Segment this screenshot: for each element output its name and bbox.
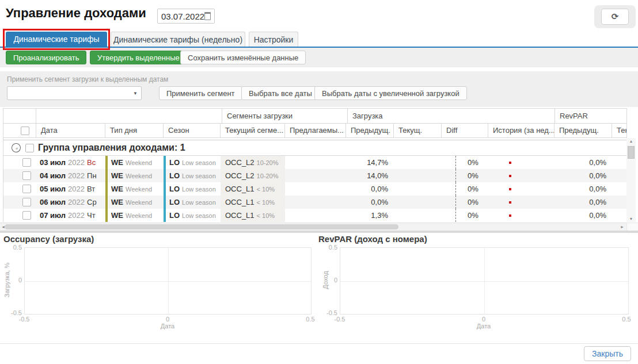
table-row[interactable]: 04 июл2022Пн WEWeekend LOLow season OCC_… xyxy=(3,169,626,182)
group-header-empty-2 xyxy=(36,109,222,123)
row-checkbox[interactable] xyxy=(22,171,31,180)
day-type-color-bar xyxy=(105,196,108,209)
diff-cell: 0% xyxy=(442,156,488,169)
group-row-label: Группа управления доходами: 1 xyxy=(38,143,185,153)
footer-divider xyxy=(0,343,638,344)
current-segment-cell[interactable]: OCC_L210-20% xyxy=(221,156,285,169)
season-color-bar xyxy=(164,196,166,209)
day-of-week: Вт xyxy=(87,185,95,193)
season-color-bar xyxy=(164,182,166,196)
revpar-chart-plot xyxy=(340,247,629,315)
rates-table: Сегменты загрузки Загрузка RevPAR Дата Т… xyxy=(3,108,627,222)
row-checkbox[interactable] xyxy=(22,185,31,193)
segment-select-label: Применить сегмент загрузки к выделенным … xyxy=(7,75,168,83)
history-cell xyxy=(488,169,555,182)
col-header-season[interactable]: Сезон xyxy=(164,124,221,137)
history-cell xyxy=(488,196,555,209)
horizontal-scroll-thumb[interactable] xyxy=(5,224,398,229)
select-all-dates-button[interactable]: Выбрать все даты xyxy=(241,86,320,100)
horizontal-scrollbar[interactable]: ◄ ► xyxy=(0,223,626,231)
col-header-load-prev[interactable]: Предыдущ. xyxy=(346,124,394,137)
occupancy-horizontal-gridline xyxy=(25,281,311,282)
current-segment-cell[interactable]: OCC_L1< 10% xyxy=(221,196,285,209)
select-increased-load-dates-button[interactable]: Выбрать даты с увеличенной загрузкой xyxy=(314,86,467,100)
day-of-week: Вс xyxy=(87,158,96,167)
group-checkbox[interactable] xyxy=(25,144,34,152)
segment-select[interactable]: ▼ xyxy=(7,86,142,100)
analyze-button[interactable]: Проанализировать xyxy=(6,51,86,64)
group-header-revpar: RevPAR xyxy=(555,109,626,123)
refresh-icon: ⟳ xyxy=(612,12,619,22)
table-row[interactable]: 03 июл2022Вс WEWeekend LOLow season OCC_… xyxy=(3,156,626,169)
date-input[interactable]: 03.07.2022 xyxy=(157,9,215,24)
row-checkbox[interactable] xyxy=(22,211,31,220)
history-dot-icon xyxy=(509,175,511,177)
day-type-color-bar xyxy=(105,156,108,169)
refresh-button-area: ⟳ xyxy=(594,5,636,28)
scrollbar-corner xyxy=(626,223,638,231)
current-segment-cell[interactable]: OCC_L1< 10% xyxy=(221,209,285,222)
day-type-color-bar xyxy=(105,182,108,196)
day-type-color-bar xyxy=(105,209,108,222)
proposed-segment-cell xyxy=(285,196,346,209)
vertical-scrollbar[interactable]: ▲ ▼ xyxy=(626,138,636,222)
collapse-group-icon[interactable]: ⌄ xyxy=(10,141,23,155)
diff-cell: 0% xyxy=(442,182,488,196)
current-segment-cell[interactable]: OCC_L210-20% xyxy=(221,169,285,182)
col-header-revpar-prev[interactable]: Предыдущ. xyxy=(555,124,612,137)
col-header-history[interactable]: История (за нед... xyxy=(488,124,555,137)
season-color-bar xyxy=(164,156,166,169)
history-cell xyxy=(488,182,555,196)
row-checkbox[interactable] xyxy=(22,158,31,167)
diff-cell: 0% xyxy=(442,209,488,222)
apply-segment-button[interactable]: Применить сегмент xyxy=(159,86,242,100)
scroll-down-icon[interactable]: ▼ xyxy=(626,217,636,221)
col-header-proposed-segment[interactable]: Предлагаемы... xyxy=(285,124,346,137)
approve-selected-button[interactable]: Утвердить выделенные xyxy=(90,51,187,64)
revpar-y-axis-label: Доход xyxy=(322,257,329,303)
table-row[interactable]: 06 июл2022Ср WEWeekend LOLow season OCC_… xyxy=(3,196,626,209)
history-cell xyxy=(488,156,555,169)
day-of-week: Пн xyxy=(87,171,97,180)
history-dot-icon xyxy=(509,162,511,164)
table-body: ⌄ Группа управления доходами: 1 03 июл20… xyxy=(3,140,626,222)
close-button[interactable]: Закрыть xyxy=(584,346,631,361)
occupancy-x-axis-label: Дата xyxy=(153,323,183,329)
section-divider xyxy=(0,231,638,233)
refresh-button[interactable]: ⟳ xyxy=(601,9,629,25)
scroll-right-icon[interactable]: ► xyxy=(620,225,624,229)
select-all-checkbox[interactable] xyxy=(21,127,29,135)
col-header-date[interactable]: Дата xyxy=(36,124,105,137)
revpar-horizontal-gridline xyxy=(340,281,628,282)
calendar-icon xyxy=(204,12,211,20)
col-header-diff[interactable]: Diff xyxy=(442,124,488,137)
col-header-revpar-cur[interactable]: Текущ xyxy=(612,124,626,137)
group-header-segments: Сегменты загрузки xyxy=(222,109,348,123)
proposed-segment-cell xyxy=(285,209,346,222)
table-header-row: Дата Тип дня Сезон Текущий сегме... Пред… xyxy=(3,124,626,138)
occupancy-chart-title: Occupancy (загрузка) xyxy=(3,234,94,244)
table-row[interactable]: 07 июл2022Чт WEWeekend LOLow season OCC_… xyxy=(3,209,626,222)
col-header-current-segment[interactable]: Текущий сегме... xyxy=(221,124,285,137)
group-row[interactable]: ⌄ Группа управления доходами: 1 xyxy=(3,140,626,156)
table-row[interactable]: 05 июл2022Вт WEWeekend LOLow season OCC_… xyxy=(3,182,626,196)
revpar-chart-title: RevPAR (доход с номера) xyxy=(318,234,427,244)
season-color-bar xyxy=(164,209,166,222)
history-cell xyxy=(488,209,555,222)
tab-dynamic-rates[interactable]: Динамические тарифы xyxy=(6,32,107,47)
season-color-bar xyxy=(164,169,166,182)
table-group-header-row: Сегменты загрузки Загрузка RevPAR xyxy=(3,109,626,124)
col-header-load-cur[interactable]: Текущ. xyxy=(394,124,442,137)
row-checkbox[interactable] xyxy=(22,198,31,206)
day-type-color-bar xyxy=(105,169,108,182)
proposed-segment-cell xyxy=(285,156,346,169)
current-segment-cell[interactable]: OCC_L1< 10% xyxy=(221,182,285,196)
tab-dynamic-rates-weekly[interactable]: Динамические тарифы (недельно) xyxy=(111,32,245,47)
scroll-up-icon[interactable]: ▲ xyxy=(626,139,636,143)
save-changed-data-button[interactable]: Сохранить изменённые данные xyxy=(180,51,306,64)
history-dot-icon xyxy=(509,214,511,217)
group-header-load: Загрузка xyxy=(348,109,555,123)
col-header-day-type[interactable]: Тип дня xyxy=(105,124,164,137)
tab-settings[interactable]: Настройки xyxy=(249,32,298,47)
vertical-scroll-thumb[interactable] xyxy=(628,146,635,159)
